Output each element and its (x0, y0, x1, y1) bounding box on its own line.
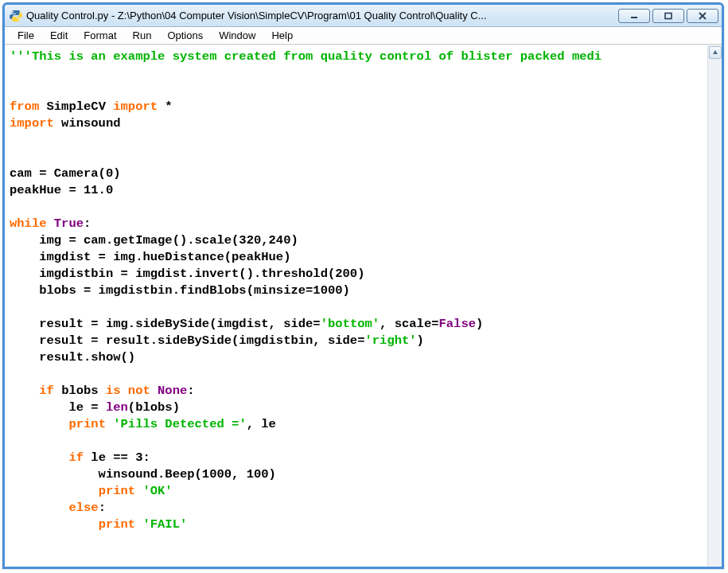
code-line: imgdist = img.hueDistance(peakHue) (10, 250, 290, 264)
svg-point-1 (18, 19, 20, 21)
python-idle-icon (10, 10, 22, 22)
code-text: : (84, 216, 91, 231)
code-string: 'OK' (142, 484, 172, 498)
svg-rect-3 (665, 13, 672, 18)
code-line: result.show() (10, 350, 135, 364)
scroll-track[interactable] (709, 60, 722, 567)
code-keyword-print: print (99, 517, 136, 532)
code-text: (blobs) (128, 400, 180, 415)
vertical-scrollbar[interactable] (707, 45, 722, 567)
app-window: Quality Control.py - Z:\Python\04 Comput… (2, 2, 724, 569)
code-text: result = img.sideBySide(imgdist, side= (10, 317, 321, 331)
code-builtin-false: False (439, 317, 477, 331)
editor-area: '''This is an example system created fro… (5, 45, 722, 567)
window-title: Quality Control.py - Z:\Python\04 Comput… (26, 10, 618, 21)
code-text: : (99, 501, 106, 515)
code-line: imgdistbin = imgdist.invert().threshold(… (10, 267, 364, 281)
scroll-up-button[interactable] (709, 46, 722, 59)
svg-point-0 (12, 11, 14, 13)
code-text (10, 450, 68, 465)
code-text: ) (417, 333, 424, 348)
code-text: , le (247, 417, 276, 431)
code-line: winsound.Beep(1000, 100) (10, 467, 276, 481)
code-docstring: '''This is an example system created fro… (10, 49, 601, 64)
code-string: 'Pills Detected =' (113, 417, 246, 431)
menubar: File Edit Format Run Options Window Help (5, 27, 722, 45)
code-keyword-from: from (10, 99, 39, 114)
code-text: le = (10, 400, 106, 415)
code-line: cam = Camera(0) (10, 166, 121, 181)
code-text: le == 3: (84, 450, 150, 465)
code-keyword-if: if (39, 384, 54, 398)
menu-format[interactable]: Format (76, 28, 124, 43)
code-keyword-isnot: is not (106, 384, 150, 398)
code-editor[interactable]: '''This is an example system created fro… (5, 45, 707, 567)
code-text (10, 484, 99, 498)
maximize-button[interactable] (652, 9, 684, 23)
code-text (10, 501, 68, 515)
code-keyword-if: if (68, 450, 84, 465)
code-string: 'right' (364, 333, 416, 348)
code-text: * (158, 99, 173, 114)
menu-options[interactable]: Options (159, 28, 211, 43)
code-text: : (187, 384, 194, 398)
code-keyword-import: import (113, 99, 158, 114)
code-text (106, 417, 113, 431)
minimize-button[interactable] (618, 9, 650, 23)
code-string: 'bottom' (321, 317, 380, 331)
code-line: img = cam.getImage().scale(320,240) (10, 233, 298, 248)
code-builtin-none: None (150, 384, 188, 398)
code-text: winsound (54, 116, 121, 131)
code-string: 'FAIL' (142, 517, 187, 532)
titlebar[interactable]: Quality Control.py - Z:\Python\04 Comput… (5, 5, 722, 27)
code-keyword-import: import (10, 116, 54, 131)
code-text (10, 417, 68, 431)
code-text: SimpleCV (39, 99, 113, 114)
code-keyword-while: while (10, 216, 47, 231)
code-text: , scale= (380, 317, 438, 331)
code-line: peakHue = 11.0 (10, 183, 113, 197)
close-button[interactable] (687, 9, 718, 23)
code-text (10, 517, 99, 532)
code-keyword-print: print (68, 417, 106, 431)
svg-rect-2 (631, 17, 637, 18)
code-text: blobs (54, 384, 106, 398)
code-keyword-print: print (99, 484, 136, 498)
menu-window[interactable]: Window (211, 28, 263, 43)
window-controls (618, 9, 718, 23)
code-keyword-else: else (68, 501, 98, 515)
menu-file[interactable]: File (10, 28, 42, 43)
code-text (10, 384, 39, 398)
menu-edit[interactable]: Edit (42, 28, 76, 43)
menu-run[interactable]: Run (125, 28, 160, 43)
code-line: blobs = imgdistbin.findBlobs(minsize=100… (10, 283, 350, 298)
code-text: ) (476, 317, 483, 331)
code-text: result = result.sideBySide(imgdistbin, s… (10, 333, 364, 348)
menu-help[interactable]: Help (263, 28, 301, 43)
code-builtin-true: True (47, 216, 84, 231)
code-builtin-len: len (106, 400, 128, 415)
